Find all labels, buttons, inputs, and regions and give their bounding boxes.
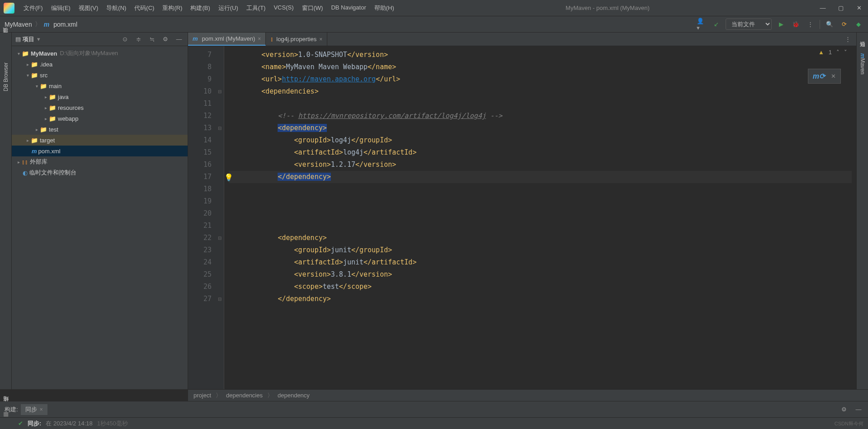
line-number-gutter: 789101112131415161718192021222324252627 [188, 46, 215, 389]
maven-reload-icon[interactable]: m⟳ [813, 72, 825, 80]
sync-status-label: 同步: [28, 420, 41, 428]
close-tab-icon[interactable]: × [319, 36, 322, 42]
close-button[interactable]: ✕ [854, 3, 864, 14]
ide-update-icon[interactable]: ◆ [854, 19, 863, 29]
menu-item[interactable]: 工具(T) [243, 2, 269, 14]
debug-button[interactable]: 🐞 [791, 19, 801, 29]
select-opened-file-icon[interactable]: ⊙ [120, 34, 130, 44]
maven-file-icon: m [193, 35, 198, 42]
warning-count: 1 [829, 49, 832, 56]
tree-scratches[interactable]: ◐临时文件和控制台 [12, 167, 188, 178]
breadcrumb-file[interactable]: pom.xml [53, 21, 77, 28]
watermark: CSDN释今何 [835, 420, 863, 427]
menu-item[interactable]: 窗口(W) [298, 2, 327, 14]
menu-item[interactable]: 构建(B) [187, 2, 213, 14]
dropdown-icon[interactable]: ▾ [37, 36, 40, 42]
status-bar: ✔ 同步: 在 2023/4/2 14:18 1秒450毫秒 [0, 417, 868, 429]
expand-all-icon[interactable]: ≑ [133, 34, 143, 44]
tree-pom[interactable]: mpom.xml [12, 146, 188, 156]
main-menu: 文件(F)编辑(E)视图(V)导航(N)代码(C)重构(R)构建(B)运行(U)… [20, 2, 398, 14]
navigation-toolbar: MyMaven 〉 m pom.xml 👤▾ ↙ 当前文件 ▶ 🐞 ⋮ 🔍 ⟳ … [0, 16, 868, 33]
build-hide-icon[interactable]: — [854, 405, 863, 415]
tree-target[interactable]: ▸📁target [12, 135, 188, 146]
tab-actions-icon[interactable]: ⋮ [843, 34, 853, 44]
menu-item[interactable]: 重构(R) [159, 2, 186, 14]
tree-idea[interactable]: ▸📁.idea [12, 59, 188, 70]
close-popup-icon[interactable]: ✕ [831, 73, 836, 80]
maven-reload-popup: m⟳ ✕ [808, 69, 841, 84]
user-icon[interactable]: 👤▾ [697, 19, 707, 29]
settings-icon[interactable]: ⚙ [160, 34, 170, 44]
editor-breadcrumbs[interactable]: project〉dependencies〉dependency [188, 389, 868, 401]
editor-area: mpom.xml (MyMaven)×⫿log4j.properties× ⋮ … [188, 33, 856, 389]
build-sync-tab[interactable]: 同步× [21, 404, 47, 415]
left-toolwindow-bar: 项目 DB Browser [0, 33, 12, 389]
project-panel-title: 项目 [23, 35, 34, 43]
breadcrumb-node[interactable]: dependencies [226, 392, 263, 399]
breadcrumb: MyMaven 〉 m pom.xml [5, 20, 77, 28]
more-actions-icon[interactable]: ⋮ [805, 19, 815, 29]
close-icon[interactable]: × [40, 406, 43, 413]
menu-item[interactable]: 视图(V) [75, 2, 102, 14]
tree-java[interactable]: ▸📁java [12, 91, 188, 102]
prev-highlight-icon[interactable]: ˄ [836, 49, 840, 56]
app-icon [4, 3, 14, 14]
terminal-toolwindow-button[interactable]: 终端 [2, 404, 10, 408]
menu-item[interactable]: 代码(C) [131, 2, 158, 14]
editor-tab[interactable]: ⫿log4j.properties× [266, 33, 327, 46]
warning-icon: ▲ [818, 49, 824, 56]
tree-test[interactable]: ▸📁test [12, 124, 188, 135]
close-tab-icon[interactable]: × [258, 36, 261, 42]
notifications-toolwindow-button[interactable]: 通知 [859, 35, 866, 39]
project-view-icon: ▤ [15, 36, 21, 42]
inspection-widget[interactable]: ▲ 1 ˄ ˅ [818, 49, 847, 56]
tree-resources[interactable]: ▸📁resources [12, 102, 188, 113]
menu-item[interactable]: 帮助(H) [371, 2, 398, 14]
build-settings-icon[interactable]: ⚙ [839, 405, 849, 415]
breadcrumb-node[interactable]: project [193, 392, 211, 399]
editor-tab[interactable]: mpom.xml (MyMaven)× [188, 33, 266, 46]
project-toolwindow-button[interactable]: 项目 [2, 35, 9, 39]
menu-item[interactable]: 导航(N) [103, 2, 130, 14]
run-button[interactable]: ▶ [776, 19, 786, 29]
run-config-selector[interactable]: 当前文件 [726, 19, 772, 30]
tree-src[interactable]: ▾📁src [12, 70, 188, 80]
menu-item[interactable]: 编辑(E) [47, 2, 74, 14]
menu-item[interactable]: VCS(S) [270, 2, 297, 14]
properties-file-icon: ⫿ [270, 36, 274, 42]
maven-toolwindow-button[interactable]: mMaven [859, 52, 866, 76]
tree-external-libs[interactable]: ▸⫿⫿外部库 [12, 156, 188, 167]
main-area: 项目 DB Browser ▤ 项目 ▾ ⊙ ≑ ≒ ⚙ — ▾📁MyMaven… [0, 33, 868, 389]
collapse-all-icon[interactable]: ≒ [147, 34, 157, 44]
menu-item[interactable]: 运行(U) [215, 2, 242, 14]
tab-label: pom.xml (MyMaven) [202, 35, 255, 42]
fold-gutter[interactable]: ⊟⊟⊟⊟ [215, 46, 224, 389]
next-highlight-icon[interactable]: ˅ [844, 49, 847, 56]
window-title: MyMaven - pom.xml (MyMaven) [398, 5, 817, 11]
bottom-left-icon[interactable]: ▦ [3, 410, 9, 417]
project-panel: ▤ 项目 ▾ ⊙ ≑ ≒ ⚙ — ▾📁MyMavenD:\面向对象\MyMave… [12, 33, 188, 389]
editor-body[interactable]: 789101112131415161718192021222324252627 … [188, 46, 856, 389]
breadcrumb-root[interactable]: MyMaven [5, 21, 32, 28]
tree-root[interactable]: ▾📁MyMavenD:\面向对象\MyMaven [12, 48, 188, 59]
menu-item[interactable]: 文件(F) [20, 2, 47, 14]
search-icon[interactable]: 🔍 [825, 19, 835, 29]
maximize-button[interactable]: ▢ [835, 3, 846, 14]
db-browser-toolwindow-button[interactable]: DB Browser [3, 61, 9, 93]
tree-webapp[interactable]: ▸📁webapp [12, 113, 188, 124]
menu-item[interactable]: DB Navigator [327, 2, 369, 14]
hide-panel-icon[interactable]: — [174, 34, 184, 44]
breadcrumb-node[interactable]: dependency [278, 392, 310, 399]
sync-icon[interactable]: ⟳ [839, 19, 849, 29]
intention-bulb-icon[interactable]: 💡 [224, 173, 233, 182]
build-panel: 构建: 同步× ⚙ — [0, 401, 868, 417]
minimize-button[interactable]: — [817, 3, 828, 14]
code-content[interactable]: <version>1.0-SNAPSHOT</version> <name>My… [224, 46, 856, 389]
tab-label: log4j.properties [276, 36, 316, 42]
vcs-update-icon[interactable]: ↙ [711, 19, 721, 29]
success-check-icon: ✔ [18, 420, 23, 427]
titlebar: 文件(F)编辑(E)视图(V)导航(N)代码(C)重构(R)构建(B)运行(U)… [0, 0, 868, 16]
tree-main[interactable]: ▾📁main [12, 80, 188, 91]
project-tree[interactable]: ▾📁MyMavenD:\面向对象\MyMaven ▸📁.idea ▾📁src ▾… [12, 46, 188, 389]
chevron-right-icon: 〉 [35, 20, 41, 28]
